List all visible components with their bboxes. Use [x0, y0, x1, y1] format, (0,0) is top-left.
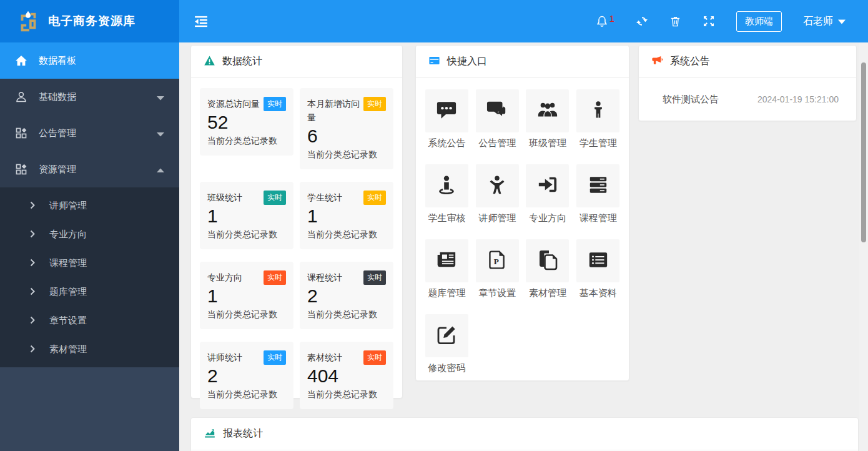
newspaper-icon: [435, 249, 458, 273]
realtime-badge: 实时: [363, 350, 386, 365]
svg-text:P: P: [494, 257, 499, 266]
fullscreen-icon[interactable]: [703, 15, 715, 27]
sign-in-icon: [536, 174, 560, 198]
chevron-right-icon: [30, 229, 36, 240]
vertical-scrollbar[interactable]: [859, 42, 868, 451]
sidebar: 电子商务资源库 数据看板 基础数据 公告管理: [0, 0, 179, 451]
user-icon: [15, 91, 27, 103]
megaphone-icon: [651, 55, 663, 69]
stat-card-material-count: 实时 素材统计 404 当前分类总记录数: [300, 342, 393, 409]
stat-caption: 当前分类总记录数: [207, 308, 286, 320]
submenu-item-label: 素材管理: [49, 344, 87, 355]
stat-value: 2: [207, 364, 286, 388]
quick-entry-student-mgmt[interactable]: 学生管理: [576, 89, 620, 149]
stat-title: 讲师统计: [207, 352, 242, 362]
quick-entry-label: 公告管理: [478, 137, 516, 149]
sidebar-item-announce-mgmt[interactable]: 公告管理: [0, 115, 179, 151]
submenu-item-course-mgmt[interactable]: 课程管理: [0, 249, 179, 277]
quick-entry-label: 系统公告: [428, 137, 465, 149]
quick-entry-label: 素材管理: [529, 287, 566, 299]
sidebar-item-label: 基础数据: [39, 91, 76, 103]
chevron-down-icon: [157, 128, 164, 139]
stats-grid: 实时 资源总访问量 52 当前分类总记录数 实时 本月新增访问量 6 当前分类总…: [191, 78, 402, 419]
quick-entry-label: 班级管理: [529, 137, 566, 149]
submenu-item-label: 课程管理: [49, 257, 87, 269]
person-arms-up-icon: [487, 174, 507, 199]
stat-card-month-new-visits: 实时 本月新增访问量 6 当前分类总记录数: [300, 88, 393, 169]
stat-caption: 当前分类总记录数: [307, 308, 386, 320]
quick-entry-class-mgmt[interactable]: 班级管理: [526, 89, 570, 149]
warning-triangle-icon: [204, 55, 215, 69]
person-ring-icon: [436, 174, 457, 199]
quick-entry-lecturer-mgmt[interactable]: 讲师管理: [475, 164, 520, 224]
submenu-item-major-direction[interactable]: 专业方向: [0, 220, 179, 249]
quick-entry-announce-mgmt[interactable]: 公告管理: [475, 89, 520, 149]
file-p-icon: P: [487, 249, 507, 274]
menu-fold-icon[interactable]: [194, 14, 208, 28]
line-chart-icon: [204, 427, 216, 441]
stat-caption: 当前分类总记录数: [307, 228, 386, 240]
stat-card-student-count: 实时 学生统计 1 当前分类总记录数: [300, 182, 393, 249]
sidebar-item-basic-data[interactable]: 基础数据: [0, 79, 179, 115]
quick-entry-label: 学生管理: [579, 137, 617, 149]
user-menu[interactable]: 石老师: [803, 15, 846, 28]
stat-caption: 当前分类总记录数: [207, 388, 286, 400]
quick-entry-label: 课程管理: [579, 212, 617, 224]
quick-entry-change-password[interactable]: 修改密码: [425, 314, 469, 374]
username: 石老师: [803, 15, 833, 28]
quick-entry-question-bank[interactable]: 题库管理: [425, 239, 469, 299]
sidebar-item-label: 公告管理: [39, 127, 76, 139]
notification-bell-icon[interactable]: 1: [596, 14, 614, 28]
stat-value: 1: [207, 204, 286, 228]
chevron-right-icon: [30, 315, 36, 326]
stat-value: 2: [307, 284, 386, 308]
quick-entry-chapter-setup[interactable]: P 章节设置: [475, 239, 520, 299]
quick-entry-material-mgmt[interactable]: 素材管理: [526, 239, 570, 299]
refresh-icon[interactable]: [636, 15, 648, 27]
stat-value: 52: [207, 111, 286, 134]
sidebar-item-dashboard[interactable]: 数据看板: [0, 42, 179, 79]
panel-header: 快捷入口: [416, 46, 629, 78]
copy-icon: [536, 249, 559, 274]
sidebar-submenu-resource: 讲师管理 专业方向 课程管理 题库管理 章节设置 素材管理: [0, 187, 179, 367]
realtime-badge: 实时: [363, 191, 386, 205]
users-group-icon: [536, 99, 560, 123]
announcement-item[interactable]: 软件测试公告 2024-01-19 15:21:00: [651, 78, 844, 121]
quick-entry-major-direction[interactable]: 专业方向: [526, 164, 570, 224]
stat-value: 6: [307, 124, 386, 148]
panel-title: 快捷入口: [447, 55, 487, 68]
submenu-item-question-bank[interactable]: 题库管理: [0, 277, 179, 306]
submenu-item-material-mgmt[interactable]: 素材管理: [0, 335, 179, 364]
stat-card-major-count: 实时 专业方向 1 当前分类总记录数: [200, 262, 293, 329]
comment-dots-icon: [435, 99, 458, 123]
announcement-title: 软件测试公告: [663, 94, 757, 106]
quick-entry-label: 题库管理: [428, 287, 465, 299]
panel-system-announce: 系统公告 软件测试公告 2024-01-19 15:21:00: [638, 45, 857, 121]
stat-card-total-visits: 实时 资源总访问量 52 当前分类总记录数: [200, 88, 293, 156]
announcement-time: 2024-01-19 15:21:00: [757, 94, 839, 104]
stat-title: 专业方向: [207, 272, 242, 282]
sidebar-menu: 数据看板 基础数据 公告管理 资源管理: [0, 42, 179, 367]
stat-caption: 当前分类总记录数: [307, 388, 386, 400]
quick-entry-student-review[interactable]: 学生审核: [425, 164, 469, 224]
quick-entry-course-mgmt[interactable]: 课程管理: [576, 164, 620, 224]
chevron-up-icon: [157, 164, 164, 175]
submenu-item-label: 题库管理: [49, 286, 87, 298]
submenu-item-lecturer-mgmt[interactable]: 讲师管理: [0, 191, 179, 220]
topbar: 1 教师端 石老师: [179, 0, 868, 42]
stat-card-class-count: 实时 班级统计 1 当前分类总记录数: [200, 182, 293, 249]
chevron-right-icon: [30, 201, 36, 211]
server-icon: [586, 174, 610, 198]
scrollbar-thumb[interactable]: [861, 62, 866, 242]
realtime-badge: 实时: [264, 270, 286, 285]
teacher-portal-button[interactable]: 教师端: [736, 11, 782, 32]
quick-entry-basic-info[interactable]: 基本资料: [576, 239, 620, 299]
trash-icon[interactable]: [669, 15, 681, 27]
quick-entry-system-announce[interactable]: 系统公告: [425, 89, 469, 149]
sidebar-item-label: 资源管理: [39, 164, 76, 176]
quick-entry-label: 专业方向: [529, 212, 566, 224]
edit-icon: [435, 324, 458, 349]
submenu-item-chapter-setup[interactable]: 章节设置: [0, 306, 179, 335]
sidebar-item-resource-mgmt[interactable]: 资源管理: [0, 151, 179, 187]
stat-title: 课程统计: [307, 272, 342, 282]
